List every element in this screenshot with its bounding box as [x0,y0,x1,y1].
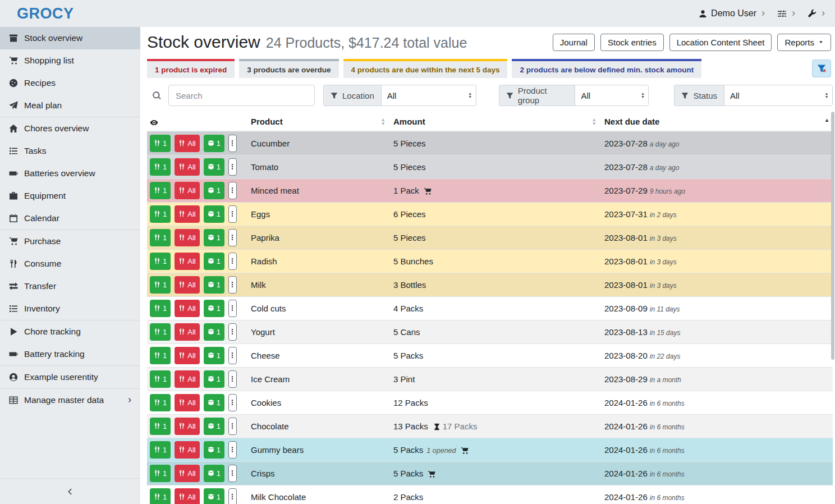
reports-button[interactable]: Reports [777,34,831,51]
sidebar-item-tasks[interactable]: Tasks [0,140,140,162]
consume-one-button[interactable]: 1 [150,488,171,504]
open-one-button[interactable]: 1 [204,300,224,317]
row-menu-button[interactable] [228,441,237,459]
consume-one-button[interactable]: 1 [150,135,171,152]
row-menu-button[interactable] [228,465,237,482]
sidebar-item-inventory[interactable]: Inventory [0,297,140,320]
column-product[interactable]: Product ▴▾ [246,113,389,131]
row-menu-button[interactable] [228,135,237,152]
open-one-button[interactable]: 1 [204,135,224,152]
sidebar-item-calendar[interactable]: Calendar [0,207,140,230]
consume-all-button[interactable]: All [175,418,199,435]
open-one-button[interactable]: 1 [204,394,224,411]
consume-all-button[interactable]: All [175,370,199,388]
open-one-button[interactable]: 1 [204,276,224,294]
scrollbar-thumb[interactable] [831,112,834,360]
sidebar-item-recipes[interactable]: Recipes [0,72,140,94]
row-menu-button[interactable] [228,276,237,294]
row-menu-button[interactable] [228,323,237,341]
open-one-button[interactable]: 1 [204,182,224,199]
row-menu-button[interactable] [228,182,237,199]
consume-one-button[interactable]: 1 [150,418,171,435]
open-one-button[interactable]: 1 [204,370,224,388]
column-next-due-date[interactable]: Next due date ▴ [600,113,833,131]
admin-menu[interactable] [808,9,826,18]
open-one-button[interactable]: 1 [204,229,224,246]
consume-all-button[interactable]: All [175,394,199,411]
row-menu-button[interactable] [228,394,237,411]
sidebar-item-batteries-overview[interactable]: Batteries overview [0,162,140,185]
open-one-button[interactable]: 1 [204,205,224,223]
sidebar-item-battery-tracking[interactable]: Battery tracking [0,343,140,365]
row-menu-button[interactable] [228,418,237,435]
consume-all-button[interactable]: All [175,135,199,152]
consume-one-button[interactable]: 1 [150,205,171,223]
consume-all-button[interactable]: All [175,158,199,176]
consume-all-button[interactable]: All [175,300,199,317]
sort-ascending-icon[interactable]: ▴ [825,117,828,123]
consume-all-button[interactable]: All [175,441,199,459]
sidebar-item-chores-overview[interactable]: Chores overview [0,117,140,140]
sidebar-item-consume[interactable]: Consume [0,253,140,275]
sidebar-item-transfer[interactable]: Transfer [0,275,140,297]
sort-icon[interactable]: ▴▾ [593,118,595,125]
consume-one-button[interactable]: 1 [150,394,171,411]
consume-one-button[interactable]: 1 [150,441,171,459]
sidebar-collapse-button[interactable] [0,478,140,504]
column-amount[interactable]: Amount ▴▾ [389,113,600,131]
consume-all-button[interactable]: All [175,488,199,504]
status-select[interactable]: All [724,85,833,106]
search-input[interactable] [168,85,315,106]
stock-entries-button[interactable]: Stock entries [600,34,664,51]
consume-all-button[interactable]: All [175,347,199,364]
consume-all-button[interactable]: All [175,276,199,294]
consume-all-button[interactable]: All [175,323,199,341]
open-one-button[interactable]: 1 [204,441,224,459]
sidebar-item-shopping-list[interactable]: Shopping list [0,49,140,72]
consume-one-button[interactable]: 1 [150,465,171,482]
product-group-select[interactable]: All [575,85,649,106]
row-menu-button[interactable] [228,300,237,317]
sidebar-item-equipment[interactable]: Equipment [0,185,140,207]
consume-one-button[interactable]: 1 [150,253,171,270]
sidebar-item-example-userentity[interactable]: Example userentity [0,366,140,388]
consume-one-button[interactable]: 1 [150,370,171,388]
consume-all-button[interactable]: All [175,229,199,246]
open-one-button[interactable]: 1 [204,347,224,364]
app-logo[interactable]: GROCY [17,5,74,22]
row-menu-button[interactable] [228,158,237,176]
clear-filter-button[interactable] [812,59,831,77]
open-one-button[interactable]: 1 [204,465,224,482]
banner-due-soon[interactable]: 4 products are due within the next 5 day… [343,59,508,78]
sidebar-item-meal-plan[interactable]: Meal plan [0,94,140,117]
consume-one-button[interactable]: 1 [150,182,171,199]
settings-menu[interactable] [777,9,796,19]
row-menu-button[interactable] [228,370,237,388]
row-menu-button[interactable] [228,488,237,504]
open-one-button[interactable]: 1 [204,158,224,176]
sidebar-item-chore-tracking[interactable]: Chore tracking [0,320,140,343]
consume-all-button[interactable]: All [175,182,199,199]
location-content-sheet-button[interactable]: Location Content Sheet [669,34,772,51]
row-menu-button[interactable] [228,253,237,270]
sidebar-item-manage-master-data[interactable]: Manage master data [0,389,140,411]
open-one-button[interactable]: 1 [204,253,224,270]
consume-one-button[interactable]: 1 [150,276,171,294]
sidebar-item-stock-overview[interactable]: Stock overview [0,27,140,49]
consume-all-button[interactable]: All [175,205,199,223]
sort-icon[interactable]: ▴▾ [382,118,384,125]
consume-one-button[interactable]: 1 [150,229,171,246]
journal-button[interactable]: Journal [553,34,595,51]
banner-below-min-stock[interactable]: 2 products are below defined min. stock … [512,59,701,78]
open-one-button[interactable]: 1 [204,418,224,435]
banner-expired[interactable]: 1 product is expired [147,59,235,78]
consume-one-button[interactable]: 1 [150,300,171,317]
eye-icon[interactable] [150,118,158,127]
open-one-button[interactable]: 1 [204,488,224,504]
consume-all-button[interactable]: All [175,253,199,270]
sidebar-item-purchase[interactable]: Purchase [0,230,140,253]
user-menu[interactable]: Demo User [699,8,766,19]
consume-one-button[interactable]: 1 [150,323,171,341]
consume-all-button[interactable]: All [175,465,199,482]
row-menu-button[interactable] [228,229,237,246]
